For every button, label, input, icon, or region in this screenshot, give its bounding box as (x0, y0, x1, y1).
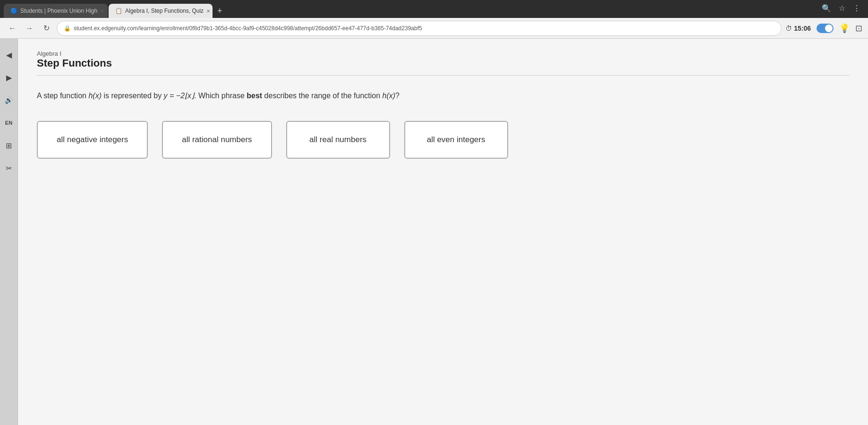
tab-close-students[interactable]: ✕ (100, 8, 104, 14)
tab-algebra-quiz[interactable]: 📋 Algebra I, Step Functions, Quiz ✕ (109, 4, 213, 18)
search-icon[interactable]: 🔍 (822, 4, 831, 13)
tab-label: Students | Phoenix Union High (20, 8, 97, 14)
tab-label-algebra: Algebra I, Step Functions, Quiz (125, 8, 204, 14)
timer-display: ⏱ 15:06 (785, 25, 811, 32)
back-button[interactable]: ← (6, 22, 19, 35)
forward-button[interactable]: → (23, 22, 36, 35)
answer-negative-integers[interactable]: all negative integers (37, 121, 148, 159)
reload-button[interactable]: ↻ (40, 22, 53, 35)
tab-list: 🔵 Students | Phoenix Union High ✕ 📋 Alge… (4, 4, 226, 18)
sidebar-tools-icon[interactable]: ✂ (2, 162, 16, 175)
timer-value: 15:06 (794, 25, 811, 32)
sidebar-back-icon[interactable]: ◀ (2, 48, 16, 61)
browser-tab-bar: 🔵 Students | Phoenix Union High ✕ 📋 Alge… (0, 0, 868, 18)
question-text: A step function h(x) is represented by y… (37, 90, 792, 102)
question-area: A step function h(x) is represented by y… (37, 90, 792, 159)
tab-favicon: 🔵 (10, 8, 17, 14)
answer-options: all negative integers all rational numbe… (37, 121, 792, 159)
tab-students[interactable]: 🔵 Students | Phoenix Union High ✕ (4, 4, 108, 18)
browser-toolbar: ← → ↻ 🔒 student.ex.edgenuity.com/learnin… (0, 18, 868, 39)
sidebar-forward-icon[interactable]: ▶ (2, 71, 16, 84)
security-icon: 🔒 (64, 25, 71, 32)
tab-favicon-algebra: 📋 (115, 8, 122, 14)
new-tab-button[interactable]: + (213, 4, 226, 18)
lightbulb-icon[interactable]: 💡 (839, 23, 850, 34)
sidebar: ◀ ▶ 🔊 EN ⊞ ✂ (0, 39, 18, 425)
sidebar-lang-icon[interactable]: EN (2, 116, 16, 129)
page-header: Algebra I Step Functions (37, 50, 849, 76)
bookmark-icon[interactable]: ☆ (839, 4, 845, 13)
course-label: Algebra I (37, 50, 849, 57)
sidebar-volume-icon[interactable]: 🔊 (2, 94, 16, 107)
toolbar-right: ⏱ 15:06 💡 ⊡ (785, 23, 862, 34)
answer-rational-numbers[interactable]: all rational numbers (162, 121, 272, 159)
timer-icon: ⏱ (785, 25, 792, 32)
answer-even-integers[interactable]: all even integers (404, 121, 508, 159)
browser-menu-icon[interactable]: ⋮ (853, 4, 860, 13)
main-content: Algebra I Step Functions A step function… (18, 39, 868, 425)
formula: y = −2⌊x⌋ (164, 92, 194, 100)
answer-real-numbers[interactable]: all real numbers (286, 121, 390, 159)
page-title: Step Functions (37, 57, 849, 69)
toggle-switch[interactable] (817, 24, 834, 33)
sidebar-grid-icon[interactable]: ⊞ (2, 139, 16, 152)
bold-best: best (247, 92, 262, 100)
url-text: student.ex.edgenuity.com/learning/enroll… (74, 25, 422, 32)
function-name-2: h(x) (383, 92, 396, 100)
tab-close-algebra[interactable]: ✕ (206, 8, 210, 14)
fullscreen-icon[interactable]: ⊡ (855, 23, 862, 34)
function-name-1: h(x) (88, 92, 102, 100)
address-bar[interactable]: 🔒 student.ex.edgenuity.com/learning/enro… (57, 21, 782, 36)
